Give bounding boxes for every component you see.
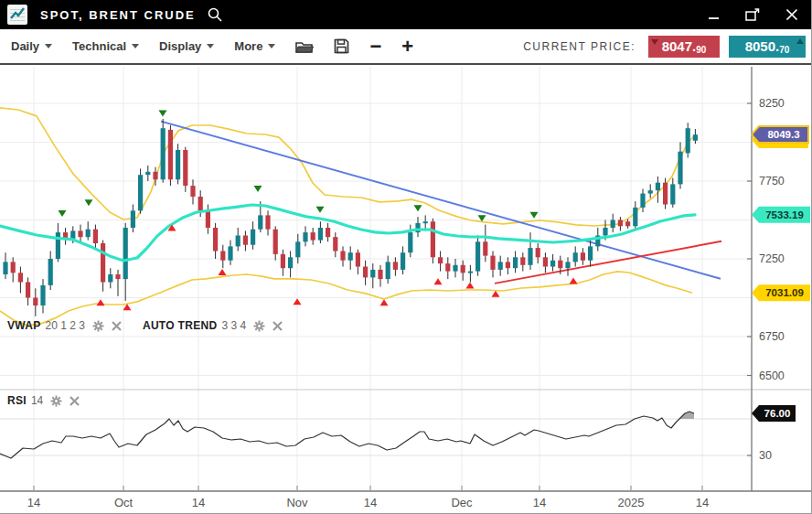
- svg-text:7250: 7250: [759, 252, 785, 265]
- svg-text:30: 30: [759, 449, 772, 462]
- zoom-in-button[interactable]: +: [401, 37, 413, 56]
- ask-price-badge: 8050.70: [729, 36, 806, 58]
- svg-text:7031.09: 7031.09: [765, 287, 804, 298]
- chart-area[interactable]: 825077507250675065003014Oct14Nov14Dec142…: [0, 67, 812, 514]
- close-icon[interactable]: [272, 321, 283, 331]
- svg-text:Oct: Oct: [114, 496, 134, 509]
- chevron-down-icon: [268, 44, 275, 48]
- bid-price-badge: 8047.90: [648, 36, 720, 58]
- svg-text:8049.3: 8049.3: [767, 129, 799, 140]
- app-logo-icon: [7, 5, 27, 25]
- auto-trend-legend: AUTO TREND 3 3 4: [143, 319, 283, 332]
- svg-text:76.00: 76.00: [764, 408, 791, 419]
- svg-text:14: 14: [192, 496, 205, 509]
- menu-technical[interactable]: Technical: [72, 39, 139, 53]
- folder-open-icon[interactable]: [295, 39, 314, 54]
- toolbar: Daily Technical Display More − + CURRENT…: [0, 29, 811, 65]
- chevron-down-icon: [45, 44, 52, 48]
- svg-text:Dec: Dec: [451, 496, 473, 509]
- title-bar: SPOT, BRENT CRUDE: [0, 0, 811, 29]
- svg-text:6750: 6750: [759, 330, 785, 343]
- popout-icon[interactable]: [745, 8, 760, 22]
- close-button[interactable]: [785, 8, 798, 21]
- gear-icon[interactable]: [253, 320, 265, 332]
- minimize-button[interactable]: [708, 9, 720, 21]
- indicator-legend-row: VWAP 20 1 2 3 AUTO TREND 3 3 4: [7, 319, 299, 332]
- trading-app-window: SPOT, BRENT CRUDE Daily Technical Displa…: [0, 0, 812, 514]
- price-down-icon: [651, 39, 658, 45]
- chevron-down-icon: [207, 44, 214, 48]
- price-up-icon: [796, 38, 804, 44]
- svg-text:14: 14: [27, 496, 40, 509]
- menu-more[interactable]: More: [234, 39, 275, 53]
- current-price-label: CURRENT PRICE:: [523, 40, 636, 53]
- gear-icon[interactable]: [92, 320, 104, 332]
- svg-text:6500: 6500: [759, 369, 785, 382]
- gear-icon[interactable]: [50, 395, 62, 407]
- search-icon[interactable]: [207, 6, 223, 23]
- menu-daily[interactable]: Daily: [11, 39, 52, 53]
- vwap-legend: VWAP 20 1 2 3: [7, 319, 122, 332]
- svg-text:14: 14: [696, 496, 709, 509]
- svg-text:2025: 2025: [618, 496, 645, 509]
- menu-display[interactable]: Display: [159, 39, 214, 53]
- svg-text:8250: 8250: [759, 97, 785, 110]
- chevron-down-icon: [132, 44, 139, 48]
- close-icon[interactable]: [69, 396, 80, 406]
- svg-text:7750: 7750: [759, 175, 785, 187]
- svg-text:14: 14: [364, 496, 377, 509]
- svg-text:Nov: Nov: [286, 496, 308, 509]
- close-icon[interactable]: [112, 321, 122, 331]
- save-icon[interactable]: [334, 38, 349, 54]
- svg-text:14: 14: [533, 496, 546, 509]
- chart-svg: 825077507250675065003014Oct14Nov14Dec142…: [0, 67, 812, 514]
- rsi-legend: RSI 14: [7, 394, 80, 407]
- svg-text:7533.19: 7533.19: [765, 209, 804, 220]
- zoom-out-button[interactable]: −: [369, 37, 381, 56]
- instrument-title: SPOT, BRENT CRUDE: [40, 8, 196, 22]
